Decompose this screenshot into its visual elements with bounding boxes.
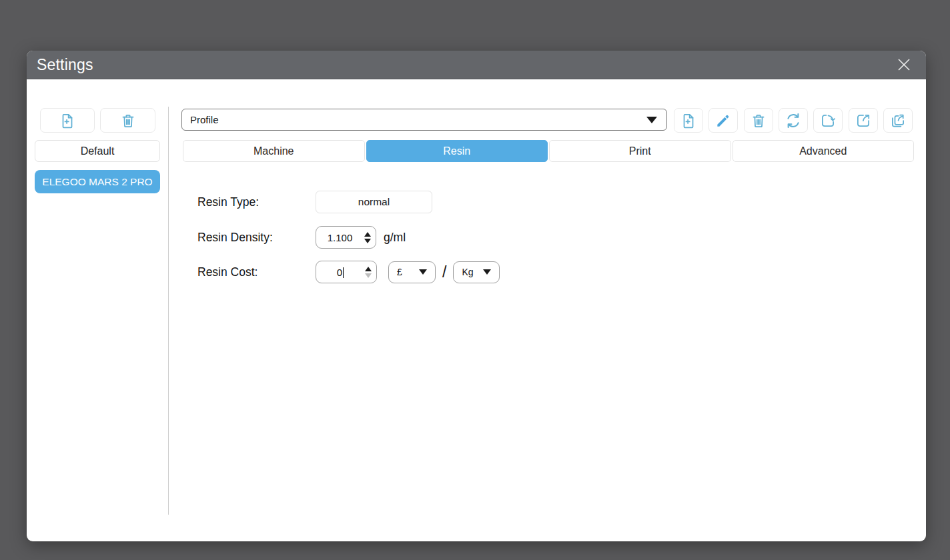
resin-type-select[interactable]: normal: [316, 191, 432, 213]
chevron-down-icon: [483, 269, 491, 275]
resin-cost-row: Resin Cost: 0 £ / Kg: [197, 261, 500, 283]
chevron-down-icon: [419, 269, 427, 275]
pencil-icon: [715, 112, 732, 129]
import-icon: [819, 112, 837, 129]
trash-icon: [119, 112, 137, 129]
currency-value: £: [397, 267, 402, 277]
stepper-up-icon[interactable]: [365, 267, 372, 271]
chevron-down-icon: [646, 117, 657, 123]
export-profile-button[interactable]: [849, 108, 878, 133]
weight-unit-value: Kg: [462, 267, 473, 277]
titlebar: Settings: [27, 51, 926, 79]
weight-unit-dropdown[interactable]: Kg: [453, 261, 500, 283]
trash-icon: [750, 112, 767, 129]
file-plus-icon: [59, 112, 76, 129]
profile-dropdown[interactable]: Profile: [181, 109, 667, 131]
resin-density-unit: g/ml: [384, 231, 406, 245]
resin-density-input[interactable]: 1.100: [316, 226, 376, 249]
resin-type-row: Resin Type: normal: [197, 191, 432, 213]
resin-cost-stepper[interactable]: [360, 261, 376, 283]
add-printer-profile-button[interactable]: [40, 108, 95, 133]
resin-cost-value[interactable]: 0: [316, 267, 360, 278]
resin-density-value[interactable]: 1.100: [316, 232, 360, 243]
stepper-down-icon[interactable]: [364, 239, 371, 243]
delete-printer-profile-button[interactable]: [100, 108, 155, 133]
delete-profile-button[interactable]: [744, 108, 773, 133]
export-icon: [855, 112, 872, 129]
restore-defaults-button[interactable]: [779, 108, 808, 133]
tab-print[interactable]: Print: [549, 140, 731, 162]
resin-cost-input[interactable]: 0: [316, 261, 377, 283]
text-cursor: [343, 267, 344, 278]
export-all-icon: [889, 112, 907, 129]
close-button[interactable]: [894, 55, 914, 75]
profile-dropdown-value: Profile: [190, 114, 219, 125]
sidebar-profile-elegoo-mars-2-pro[interactable]: ELEGOO MARS 2 PRO: [35, 170, 160, 193]
tab-resin[interactable]: Resin: [366, 140, 548, 162]
sidebar-divider: [168, 107, 169, 515]
sidebar-profile-default[interactable]: Default: [35, 140, 160, 162]
stepper-up-icon[interactable]: [364, 232, 371, 237]
tab-machine[interactable]: Machine: [183, 140, 365, 162]
refresh-icon: [785, 112, 802, 129]
settings-dialog: Settings Default ELEGOO MARS 2 PRO Profi…: [27, 51, 926, 541]
dialog-title: Settings: [37, 56, 93, 74]
add-resin-profile-button[interactable]: [674, 108, 703, 133]
per-separator: /: [442, 263, 446, 281]
close-icon: [896, 57, 912, 73]
profile-toolbar: [674, 108, 913, 133]
resin-density-label: Resin Density:: [197, 231, 316, 245]
rename-profile-button[interactable]: [708, 108, 738, 133]
stepper-down-icon[interactable]: [365, 273, 372, 278]
currency-dropdown[interactable]: £: [388, 261, 436, 283]
import-profile-button[interactable]: [813, 108, 843, 133]
file-plus-icon: [680, 112, 697, 129]
resin-type-label: Resin Type:: [197, 195, 316, 209]
resin-density-row: Resin Density: 1.100 g/ml: [197, 226, 406, 249]
resin-density-stepper[interactable]: [360, 227, 376, 248]
resin-cost-label: Resin Cost:: [197, 265, 316, 279]
export-all-profiles-button[interactable]: [883, 108, 913, 133]
tab-advanced[interactable]: Advanced: [733, 140, 915, 162]
settings-tabs: Machine Resin Print Advanced: [183, 140, 914, 162]
